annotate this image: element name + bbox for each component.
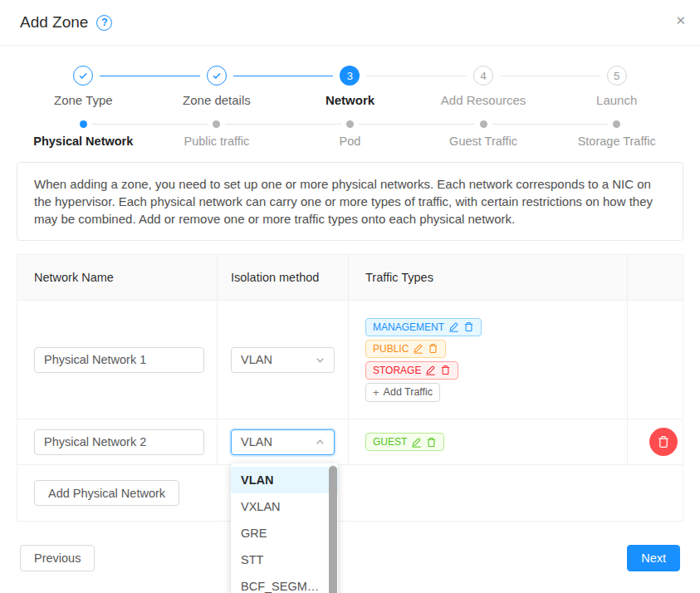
traffic-tag: MANAGEMENT [365, 318, 482, 336]
edit-icon[interactable] [425, 365, 436, 375]
step-number-icon: 4 [473, 66, 493, 86]
step-connector [233, 76, 283, 76]
dropdown-option-stt[interactable]: STT [231, 546, 338, 573]
add-physical-network-button[interactable]: Add Physical Network [34, 480, 179, 506]
step-number-icon: 5 [607, 66, 627, 86]
network-name-input[interactable] [34, 347, 204, 373]
substep-connector [225, 124, 283, 125]
chevron-down-icon [316, 355, 325, 365]
wizard-footer: Previous Next [20, 545, 680, 571]
check-circle-icon [207, 66, 227, 86]
network-name-cell [17, 419, 218, 464]
column-header-network-name: Network Name [17, 255, 218, 300]
traffic-tag: GUEST [365, 433, 444, 451]
step-add-resources: 4 Add Resources [417, 66, 551, 107]
table-footer-row: Add Physical Network [17, 465, 683, 521]
dropdown-scrollbar[interactable] [329, 466, 337, 593]
traffic-tag-label: STORAGE [373, 365, 421, 376]
trash-icon[interactable] [463, 321, 474, 332]
select-value: VLAN [241, 353, 272, 366]
trash-icon[interactable] [440, 365, 451, 375]
substep-connector [492, 124, 551, 125]
plus-icon: + [373, 386, 379, 399]
previous-button[interactable]: Previous [20, 545, 95, 571]
close-icon[interactable]: ✕ [675, 14, 686, 27]
help-icon[interactable]: ? [96, 15, 112, 31]
step-connector [417, 76, 467, 76]
substep-connector [550, 124, 608, 125]
traffic-tag-label: MANAGEMENT [373, 321, 444, 333]
step-connector [366, 76, 416, 76]
isolation-method-select-open[interactable]: VLAN [231, 429, 335, 455]
traffic-tag-label: GUEST [373, 436, 407, 448]
substep-label: Physical Network [17, 135, 150, 148]
network-substeps: Physical Network Public traffic Pod Gues… [0, 107, 700, 148]
step-label: Launch [550, 93, 683, 107]
step-label: Zone details [150, 93, 284, 107]
step-connector [283, 76, 333, 76]
step-connector [634, 76, 683, 76]
edit-icon[interactable] [411, 437, 422, 448]
dropdown-option-vlan[interactable]: VLAN [231, 467, 338, 493]
column-header-actions [628, 255, 683, 300]
step-label: Zone Type [17, 93, 150, 107]
substep-connector [417, 124, 475, 125]
select-value: VLAN [241, 435, 272, 448]
wizard-steps: Zone Type Zone details 3 Network 4 Add R… [0, 46, 700, 107]
trash-icon[interactable] [426, 437, 437, 448]
substep-connector [283, 124, 341, 125]
isolation-method-cell: VLAN [218, 419, 349, 464]
info-box: When adding a zone, you need to set up o… [17, 162, 683, 241]
delete-network-button[interactable] [649, 428, 678, 456]
substep-dot-icon [80, 120, 87, 128]
edit-icon[interactable] [448, 321, 459, 332]
substep-guest-traffic: Guest Traffic [417, 120, 551, 148]
dropdown-option-bcf-segment[interactable]: BCF_SEGM… [231, 573, 338, 593]
substep-public-traffic: Public traffic [150, 120, 284, 148]
traffic-tag: PUBLIC [365, 340, 446, 358]
substep-connector [625, 124, 683, 125]
traffic-tag-label: PUBLIC [373, 343, 409, 355]
isolation-method-select[interactable]: VLAN [231, 347, 335, 373]
step-connector [500, 76, 550, 76]
network-name-input[interactable] [34, 429, 204, 455]
substep-connector [359, 124, 417, 125]
substep-dot-icon [613, 120, 620, 128]
trash-icon [657, 435, 670, 448]
step-label: Add Resources [417, 93, 551, 107]
table-footer-cell: Add Physical Network [17, 465, 683, 521]
trash-icon[interactable] [428, 343, 438, 354]
column-header-traffic-types: Traffic Types [349, 255, 628, 300]
substep-dot-icon [480, 120, 487, 128]
dialog-header: Add Zone ? ✕ [0, 0, 700, 46]
physical-networks-table: Network Name Isolation method Traffic Ty… [17, 254, 683, 522]
network-name-cell [17, 301, 218, 419]
step-launch: 5 Launch [550, 66, 683, 107]
step-connector [100, 76, 149, 76]
step-zone-details: Zone details [150, 66, 284, 107]
traffic-types-cell: GUEST [349, 419, 628, 464]
edit-icon[interactable] [413, 343, 423, 354]
next-button[interactable]: Next [627, 545, 680, 571]
substep-connector [150, 124, 208, 125]
add-traffic-button[interactable]: + Add Traffic [365, 383, 440, 402]
check-circle-icon [73, 66, 93, 86]
table-row: VLAN GUEST [17, 419, 683, 465]
actions-cell [628, 301, 683, 419]
step-label: Network [283, 93, 417, 107]
step-connector [550, 76, 600, 76]
traffic-types-cell: MANAGEMENT PUBLIC [349, 301, 628, 419]
dropdown-option-gre[interactable]: GRE [231, 520, 338, 546]
substep-physical-network: Physical Network [17, 120, 150, 148]
table-row: VLAN MANAGEMENT PUBLIC [17, 301, 683, 419]
chevron-up-icon [316, 438, 325, 447]
dropdown-option-vxlan[interactable]: VXLAN [231, 493, 338, 520]
substep-dot-icon [213, 120, 220, 128]
substep-storage-traffic: Storage Traffic [550, 120, 683, 148]
substep-label: Public traffic [150, 135, 284, 148]
add-traffic-label: Add Traffic [384, 386, 433, 398]
step-connector [17, 76, 66, 76]
substep-connector [92, 124, 150, 125]
substep-label: Storage Traffic [550, 135, 683, 148]
step-network: 3 Network [283, 66, 417, 107]
